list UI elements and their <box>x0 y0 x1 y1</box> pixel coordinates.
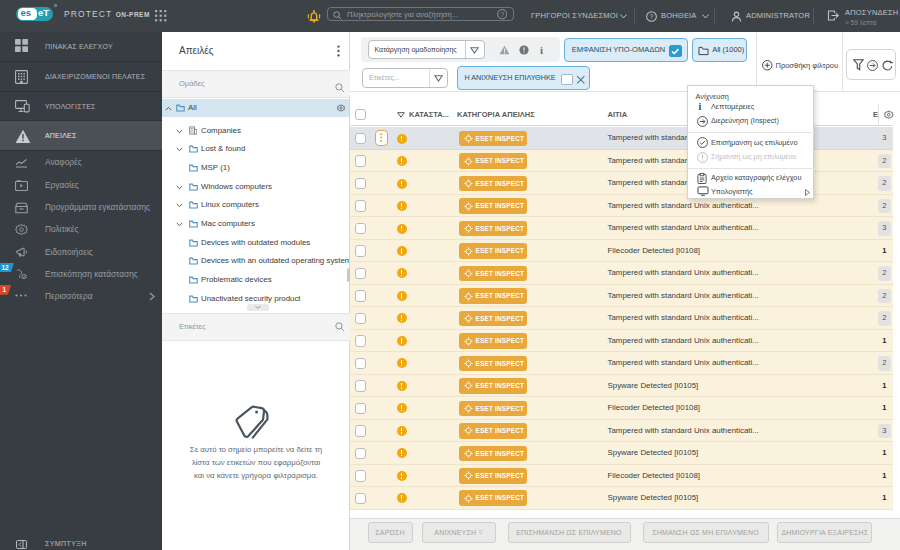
svg-text:?: ? <box>500 11 504 18</box>
svg-text:?: ? <box>650 13 654 20</box>
